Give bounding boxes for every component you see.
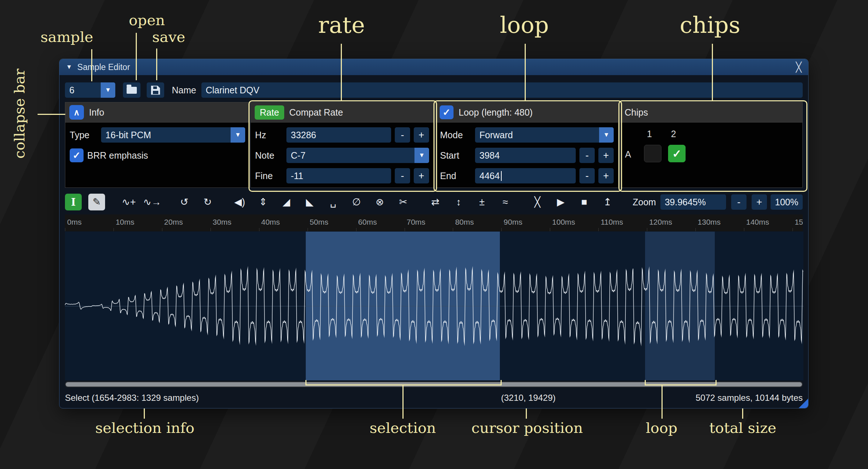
- note-dropdown[interactable]: C-7 ▼: [286, 148, 429, 163]
- waveform-canvas[interactable]: [65, 232, 803, 380]
- zoom-minus-button[interactable]: -: [731, 194, 747, 210]
- apply-silence-button[interactable]: ∅: [348, 194, 365, 210]
- chip-2-checkbox[interactable]: ✓: [668, 145, 686, 162]
- fade-in-button[interactable]: ◢: [278, 194, 295, 210]
- timeline-label: 90ms: [504, 218, 522, 226]
- close-icon[interactable]: ╳: [796, 62, 802, 73]
- timeline-tick: [744, 228, 744, 231]
- loop-end-minus-button[interactable]: -: [579, 168, 595, 183]
- annotation-loop-bottom: loop: [646, 419, 678, 436]
- info-section: ∧ Info Type 16-bit PCM ▼ ✓: [65, 102, 250, 188]
- zoom-label: Zoom: [633, 197, 656, 208]
- annotation-line-selection: [402, 384, 404, 419]
- mode-label: Mode: [440, 130, 471, 140]
- reverse-button[interactable]: ⇄: [427, 194, 444, 210]
- loop-start-minus-button[interactable]: -: [579, 148, 595, 163]
- annotation-line-chips: [712, 44, 713, 101]
- fine-input[interactable]: -11: [286, 168, 391, 183]
- annotation-line-save: [156, 49, 157, 80]
- delete-button[interactable]: ⊗: [371, 194, 388, 210]
- type-label: Type: [70, 130, 97, 140]
- loop-bracket: [645, 380, 717, 385]
- loop-enable-checkbox[interactable]: ✓: [440, 105, 454, 119]
- timeline-tick: [405, 228, 405, 231]
- brr-emphasis-checkbox[interactable]: ✓: [70, 148, 84, 162]
- timeline-label: 60ms: [358, 218, 377, 226]
- normalize-button[interactable]: ⇕: [255, 194, 271, 210]
- annotation-line-open: [136, 33, 137, 80]
- waveform-display[interactable]: [65, 232, 803, 380]
- timeline-tick: [501, 228, 502, 231]
- fine-value: -11: [291, 171, 303, 181]
- loop-end-label: End: [440, 171, 471, 181]
- annotation-save: save: [152, 28, 185, 45]
- draw-mode-button[interactable]: ✎: [88, 194, 105, 210]
- loop-mode-dropdown[interactable]: Forward ▼: [475, 127, 614, 143]
- zoom-reset-button[interactable]: 100%: [771, 194, 803, 210]
- invert-button[interactable]: ↕: [450, 194, 467, 210]
- chip-1-checkbox[interactable]: [644, 145, 661, 162]
- hz-input[interactable]: 33286: [286, 127, 391, 143]
- zoom-plus-button[interactable]: +: [752, 194, 767, 210]
- loop-end-plus-button[interactable]: +: [598, 168, 614, 183]
- fine-minus-button[interactable]: -: [395, 168, 410, 183]
- sample-number-value: 6: [69, 85, 74, 96]
- annotation-collapse-bar: collapse bar: [11, 69, 28, 159]
- insert-silence-button[interactable]: ␣: [325, 194, 342, 210]
- rate-badge-button[interactable]: Rate: [255, 105, 284, 120]
- preview-stop-button[interactable]: ■: [576, 194, 593, 210]
- amplify-button[interactable]: ◀): [231, 194, 248, 210]
- save-sample-button[interactable]: [147, 82, 164, 98]
- annotation-chips: chips: [680, 12, 740, 38]
- crossfade-button[interactable]: ╳: [529, 194, 546, 210]
- timeline-tick: [647, 228, 647, 231]
- timeline-label: 70ms: [407, 218, 425, 226]
- chip-column-1-label: 1: [647, 129, 652, 139]
- trim-button[interactable]: ✂: [395, 194, 412, 210]
- timeline-label: 120ms: [649, 218, 672, 226]
- fade-out-button[interactable]: ◣: [301, 194, 318, 210]
- annotation-selection: selection: [370, 419, 436, 436]
- resample-button[interactable]: ∿→: [144, 194, 161, 210]
- timeline-label: 140ms: [746, 218, 769, 226]
- preview-play-button[interactable]: ▶: [552, 194, 569, 210]
- timeline-tick: [792, 228, 793, 231]
- window-collapse-icon[interactable]: ▼: [66, 63, 72, 71]
- loop-start-input[interactable]: 3984: [475, 148, 576, 163]
- zoom-input[interactable]: 39.9645%: [660, 194, 726, 210]
- loop-end-input[interactable]: 4464: [475, 168, 576, 183]
- timeline-tick: [453, 228, 453, 231]
- hz-minus-button[interactable]: -: [395, 127, 410, 143]
- annotation-total-size: total size: [709, 419, 776, 436]
- loop-start-plus-button[interactable]: +: [598, 148, 614, 163]
- timeline-label: 10ms: [116, 218, 134, 226]
- window-titlebar[interactable]: ▼ Sample Editor ╳: [59, 59, 808, 75]
- toolbar-icon-group: I✎∿+∿→↺↻◀)⇕◢◣␣∅⊗✂⇄↕±≈╳▶■↥: [65, 194, 616, 210]
- select-mode-button[interactable]: I: [65, 194, 82, 210]
- timeline-ruler[interactable]: 0ms10ms20ms30ms40ms50ms60ms70ms80ms90ms1…: [65, 214, 803, 231]
- sample-name-value: Clarinet DQV: [206, 85, 259, 96]
- resize-button[interactable]: ∿+: [120, 194, 137, 210]
- import-button[interactable]: ↥: [599, 194, 616, 210]
- text-caret: [501, 171, 502, 181]
- sample-toolbar: I✎∿+∿→↺↻◀)⇕◢◣␣∅⊗✂⇄↕±≈╳▶■↥ Zoom 39.9645% …: [65, 193, 803, 211]
- sample-number-dropdown[interactable]: 6 ▼: [65, 82, 115, 98]
- fine-plus-button[interactable]: +: [414, 168, 429, 183]
- resize-grip[interactable]: [799, 399, 808, 408]
- undo-button[interactable]: ↺: [176, 194, 193, 210]
- filter-button[interactable]: ≈: [497, 194, 514, 210]
- hz-plus-button[interactable]: +: [414, 127, 429, 143]
- collapse-bar-button[interactable]: ∧: [69, 105, 84, 120]
- timeline-tick: [356, 228, 356, 231]
- open-sample-button[interactable]: [123, 82, 140, 98]
- chevron-down-icon: ▼: [414, 148, 429, 163]
- redo-button[interactable]: ↻: [199, 194, 216, 210]
- timeline-tick: [113, 228, 114, 231]
- chevron-down-icon: ▼: [231, 127, 245, 143]
- type-dropdown[interactable]: 16-bit PCM ▼: [101, 127, 245, 143]
- timeline-tick: [162, 228, 162, 231]
- type-value: 16-bit PCM: [105, 130, 151, 140]
- zoom-value: 39.9645%: [665, 197, 706, 208]
- sign-button[interactable]: ±: [474, 194, 490, 210]
- timeline-label: 40ms: [261, 218, 280, 226]
